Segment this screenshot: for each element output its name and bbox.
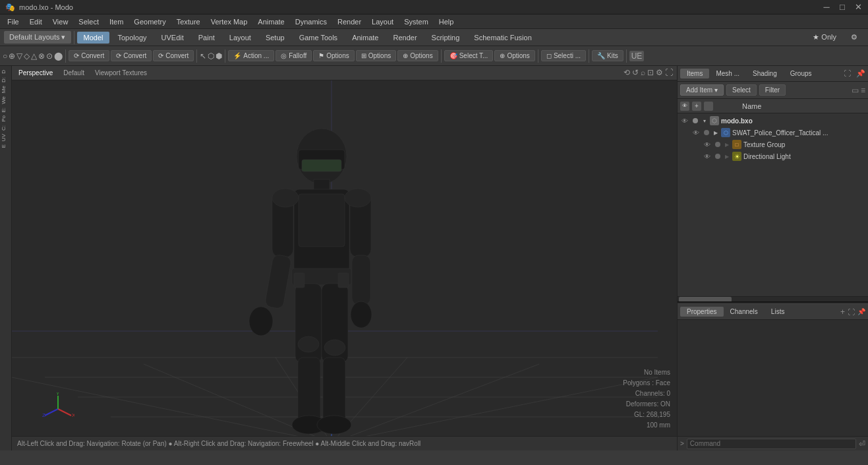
viewport-rotate-icon[interactable]: ⟲ [623, 68, 630, 77]
convert-button-1[interactable]: ⟳ Convert [69, 50, 109, 61]
toolbar-icon-5: △ [31, 51, 37, 61]
tab-channels[interactable]: Channels [724, 307, 765, 317]
options-button-3[interactable]: ⊕ Options [397, 50, 438, 61]
layout-tab-animate[interactable]: Animate [345, 32, 385, 44]
viewport[interactable]: Perspective Default Viewport Textures ⟲ … [12, 66, 677, 450]
options-button-2[interactable]: ⊞ Options [356, 50, 396, 61]
left-tab-we[interactable]: We [1, 95, 11, 106]
menu-item-animate[interactable]: Animate [253, 16, 289, 27]
tab-shading[interactable]: Shading [746, 69, 784, 78]
layout-tab-model[interactable]: Model [77, 32, 110, 44]
menu-item-item[interactable]: Item [105, 16, 128, 27]
layout-right-btn-1[interactable]: ⚙ [844, 31, 864, 44]
tree-item-modo-bxo[interactable]: 👁 ▾ ⬡ modo.bxo [678, 115, 868, 127]
left-tab-e[interactable]: E: [1, 106, 11, 114]
left-tab-d2[interactable]: D: [1, 76, 11, 84]
layout-tab-layout[interactable]: Layout [223, 32, 258, 44]
toolbar-sep-7 [626, 49, 627, 63]
layout-tab-scripting[interactable]: Scripting [425, 32, 467, 44]
add-col-icon[interactable]: + [692, 102, 701, 111]
tree-arrow-texture[interactable]: ▶ [724, 141, 730, 148]
kits-button[interactable]: 🔧 Kits [592, 50, 623, 61]
tree-item-swat[interactable]: 👁 ▶ ⬡ SWAT_Police_Officer_Tactical ... [678, 127, 868, 139]
viewport-zoom-icon[interactable]: ⌕ [641, 68, 645, 77]
options-button-4[interactable]: ⊕ Options [494, 50, 535, 61]
add-item-button[interactable]: Add Item ▾ [680, 84, 724, 96]
left-tab-uv[interactable]: UV [1, 133, 11, 142]
close-button[interactable]: ✕ [854, 3, 863, 12]
menu-item-geometry[interactable]: Geometry [129, 16, 170, 27]
menu-item-view[interactable]: View [48, 16, 73, 27]
layout-tab-uvedit[interactable]: UVEdit [155, 32, 190, 44]
layout-tab-render[interactable]: Render [386, 32, 423, 44]
menu-item-help[interactable]: Help [434, 16, 459, 27]
menu-item-dynamics[interactable]: Dynamics [291, 16, 332, 27]
tab-properties[interactable]: Properties [680, 307, 724, 317]
props-add-icon[interactable]: + [840, 307, 845, 317]
convert-button-3[interactable]: ⟳ Convert [153, 50, 194, 61]
tree-item-light[interactable]: 👁 ▶ ☀ Directional Light [678, 150, 868, 162]
layout-tab-setup[interactable]: Setup [259, 32, 291, 44]
layout-right-btn-0[interactable]: ★ Only [806, 31, 843, 44]
options-button-1[interactable]: ⚑ Options [313, 50, 354, 61]
scene-area[interactable]: No Items Polygons : Face Channels: 0 Def… [12, 80, 677, 450]
layout-tab-game-tools[interactable]: Game Tools [293, 32, 345, 44]
viewport-tab-default[interactable]: Default [61, 68, 87, 78]
viewport-expand-icon[interactable]: ⛶ [665, 68, 673, 77]
select-button[interactable]: Select [726, 84, 757, 96]
menu-item-render[interactable]: Render [333, 16, 366, 27]
viewport-tab-textures[interactable]: Viewport Textures [92, 68, 150, 78]
tab-groups[interactable]: Groups [784, 69, 819, 78]
layout-tab-paint[interactable]: Paint [192, 32, 221, 44]
command-execute-icon[interactable]: ⏎ [859, 439, 865, 449]
left-tab-c[interactable]: C: [1, 124, 11, 132]
tab-items[interactable]: Items [680, 69, 709, 78]
viewport-settings-icon[interactable]: ⚙ [656, 68, 663, 77]
eye-icon-modo[interactable]: 👁 [680, 116, 689, 125]
minimize-button[interactable]: ─ [822, 3, 831, 12]
left-tab-e2[interactable]: E [1, 143, 11, 149]
layout-tab-topology[interactable]: Topology [111, 32, 153, 44]
props-expand-icon[interactable]: ⛶ [848, 308, 855, 316]
items-scrollbar[interactable] [678, 296, 868, 301]
eye-icon-texture[interactable]: 👁 [703, 140, 712, 149]
props-pin-icon[interactable]: 📌 [857, 308, 865, 315]
left-tab-po[interactable]: Po [1, 114, 11, 123]
select-t-button[interactable]: 🎯 Select T... [444, 50, 494, 61]
menu-item-select[interactable]: Select [74, 16, 103, 27]
filter-button[interactable]: Filter [759, 84, 786, 96]
viewport-fit-icon[interactable]: ⊡ [647, 68, 654, 77]
tree-item-texture[interactable]: 👁 ▶ □ Texture Group [678, 139, 868, 150]
maximize-button[interactable]: □ [838, 3, 847, 12]
command-input[interactable] [687, 439, 856, 449]
expand-icon[interactable]: ⛶ [844, 69, 851, 78]
menu-item-layout[interactable]: Layout [367, 16, 398, 27]
eye-icon-light[interactable]: 👁 [703, 152, 712, 161]
menu-item-vertex map[interactable]: Vertex Map [206, 16, 252, 27]
tree-arrow-modo[interactable]: ▾ [701, 117, 708, 124]
menu-item-system[interactable]: System [399, 16, 433, 27]
falloff-button[interactable]: ◎ Falloff [275, 50, 312, 61]
selecti-button[interactable]: ◻ Selecti ... [541, 50, 586, 61]
pin-icon[interactable]: 📌 [856, 69, 865, 78]
tab-mesh[interactable]: Mesh ... [709, 69, 746, 78]
left-tab-d1[interactable]: D [1, 69, 11, 75]
tree-arrow-swat[interactable]: ▶ [712, 129, 719, 136]
convert-button-2[interactable]: ⟳ Convert [111, 50, 152, 61]
viewport-tab-perspective[interactable]: Perspective [16, 68, 55, 78]
tab-lists[interactable]: Lists [765, 307, 792, 317]
menu-item-file[interactable]: File [3, 16, 24, 27]
viewport-pan-icon[interactable]: ↺ [632, 68, 639, 77]
convert-icon-3: ⟳ [158, 52, 163, 59]
title-bar-controls[interactable]: ─ □ ✕ [822, 3, 863, 12]
default-layouts-dropdown[interactable]: Default Layouts ▾ [4, 31, 71, 44]
menu-item-edit[interactable]: Edit [25, 16, 47, 27]
list-filter-icon[interactable]: ≡ [861, 86, 865, 95]
tree-arrow-light[interactable]: ▶ [724, 153, 730, 160]
action-button[interactable]: ⚡ Action ... [228, 50, 274, 61]
eye-icon-swat[interactable]: 👁 [691, 128, 701, 137]
layout-tab-schematic-fusion[interactable]: Schematic Fusion [467, 32, 538, 44]
left-tab-me[interactable]: Me [1, 84, 11, 94]
menu-item-texture[interactable]: Texture [172, 16, 205, 27]
collapse-icon[interactable]: ▭ [852, 86, 859, 95]
